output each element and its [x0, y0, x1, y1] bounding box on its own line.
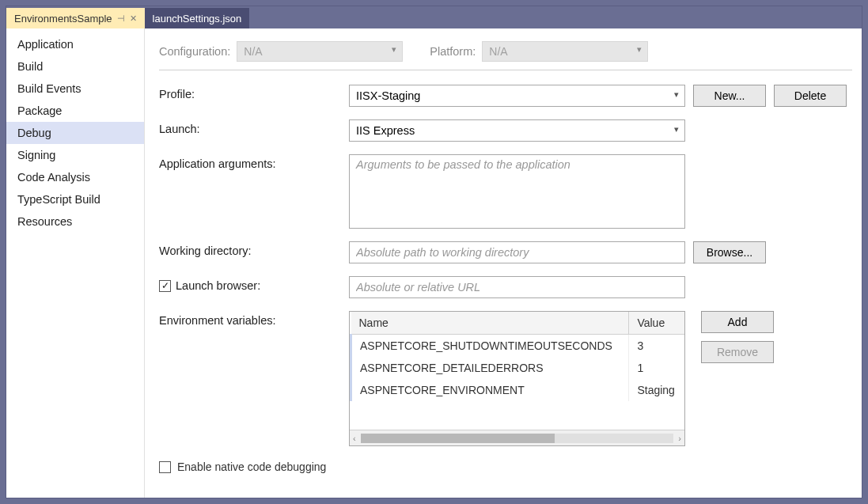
project-properties-window: EnvironmentsSample ⊣ ✕ launchSettings.js…	[6, 6, 862, 498]
body: Application Build Build Events Package D…	[6, 28, 862, 498]
env-name-cell[interactable]: ASPNETCORE_ENVIRONMENT	[351, 379, 629, 401]
launch-label: Launch:	[159, 119, 349, 135]
launch-select[interactable]: IIS Express	[349, 119, 685, 142]
launch-browser-label: Launch browser:	[176, 279, 260, 292]
app-args-input[interactable]	[349, 154, 685, 229]
sidebar-item-debug[interactable]: Debug	[6, 122, 144, 144]
working-dir-label: Working directory:	[159, 241, 349, 257]
table-row[interactable]: ASPNETCORE_ENVIRONMENT Staging	[351, 379, 685, 401]
configuration-label: Configuration:	[159, 45, 230, 58]
env-value-cell[interactable]: 1	[629, 357, 684, 379]
profile-row: Profile: IISX-Staging New... Delete	[159, 85, 852, 107]
tab-label: launchSettings.json	[153, 13, 242, 25]
profile-select[interactable]: IISX-Staging	[349, 85, 685, 107]
launch-browser-url-input[interactable]	[349, 276, 685, 298]
launch-browser-row: ✓ Launch browser:	[159, 276, 852, 298]
profile-label: Profile:	[159, 85, 349, 100]
env-value-cell[interactable]: 3	[629, 335, 684, 358]
sidebar-item-build[interactable]: Build	[6, 55, 144, 78]
working-dir-row: Working directory: Browse...	[159, 241, 852, 263]
scroll-right-icon[interactable]: ›	[678, 434, 681, 443]
configuration-select: N/A	[237, 41, 403, 62]
add-env-button[interactable]: Add	[701, 311, 774, 333]
table-row[interactable]: ASPNETCORE_DETAILEDERRORS 1	[351, 357, 685, 379]
sidebar-item-resources[interactable]: Resources	[6, 210, 144, 233]
tab-environments-sample[interactable]: EnvironmentsSample ⊣ ✕	[6, 8, 145, 28]
sidebar-item-typescript-build[interactable]: TypeScript Build	[6, 188, 144, 210]
env-vars-row: Environment variables: Name Value	[159, 311, 852, 446]
sidebar-item-application[interactable]: Application	[6, 33, 144, 55]
platform-label: Platform:	[430, 45, 476, 58]
tab-launch-settings[interactable]: launchSettings.json	[145, 8, 250, 28]
table-empty-area[interactable]	[350, 401, 684, 430]
pin-icon[interactable]: ⊣	[117, 13, 125, 24]
native-debug-checkbox[interactable]	[159, 461, 171, 473]
sidebar-item-build-events[interactable]: Build Events	[6, 78, 144, 100]
close-icon[interactable]: ✕	[130, 13, 137, 24]
debug-properties-panel: Configuration: N/A Platform: N/A Profile…	[145, 28, 862, 498]
document-tabs: EnvironmentsSample ⊣ ✕ launchSettings.js…	[6, 6, 862, 28]
properties-sidebar: Application Build Build Events Package D…	[6, 28, 145, 498]
env-value-cell[interactable]: Staging	[629, 379, 684, 401]
delete-profile-button[interactable]: Delete	[774, 85, 847, 107]
horizontal-scrollbar[interactable]: ‹ ›	[350, 430, 684, 445]
platform-select: N/A	[482, 41, 648, 62]
scroll-thumb[interactable]	[361, 434, 555, 443]
env-value-header[interactable]: Value	[629, 312, 684, 335]
env-vars-table[interactable]: Name Value ASPNETCORE_SHUTDOWNTIMEOUTSEC…	[349, 311, 685, 446]
env-vars-label: Environment variables:	[159, 311, 349, 327]
sidebar-item-signing[interactable]: Signing	[6, 144, 144, 166]
remove-env-button[interactable]: Remove	[701, 341, 774, 363]
sidebar-item-code-analysis[interactable]: Code Analysis	[6, 166, 144, 188]
app-args-label: Application arguments:	[159, 154, 349, 170]
working-dir-input[interactable]	[349, 241, 685, 263]
native-debug-label: Enable native code debugging	[177, 460, 326, 473]
launch-row: Launch: IIS Express	[159, 119, 852, 142]
config-platform-row: Configuration: N/A Platform: N/A	[159, 28, 852, 70]
table-row[interactable]: ASPNETCORE_SHUTDOWNTIMEOUTSECONDS 3	[351, 335, 685, 358]
new-profile-button[interactable]: New...	[693, 85, 766, 107]
sidebar-item-package[interactable]: Package	[6, 100, 144, 122]
env-name-header[interactable]: Name	[351, 312, 629, 335]
scroll-left-icon[interactable]: ‹	[353, 434, 356, 443]
env-name-cell[interactable]: ASPNETCORE_DETAILEDERRORS	[351, 357, 629, 379]
native-debug-row: Enable native code debugging	[159, 460, 852, 473]
launch-browser-checkbox[interactable]: ✓	[159, 280, 171, 292]
browse-button[interactable]: Browse...	[693, 241, 766, 263]
app-args-row: Application arguments:	[159, 154, 852, 229]
env-name-cell[interactable]: ASPNETCORE_SHUTDOWNTIMEOUTSECONDS	[351, 335, 629, 358]
tab-label: EnvironmentsSample	[14, 13, 112, 25]
